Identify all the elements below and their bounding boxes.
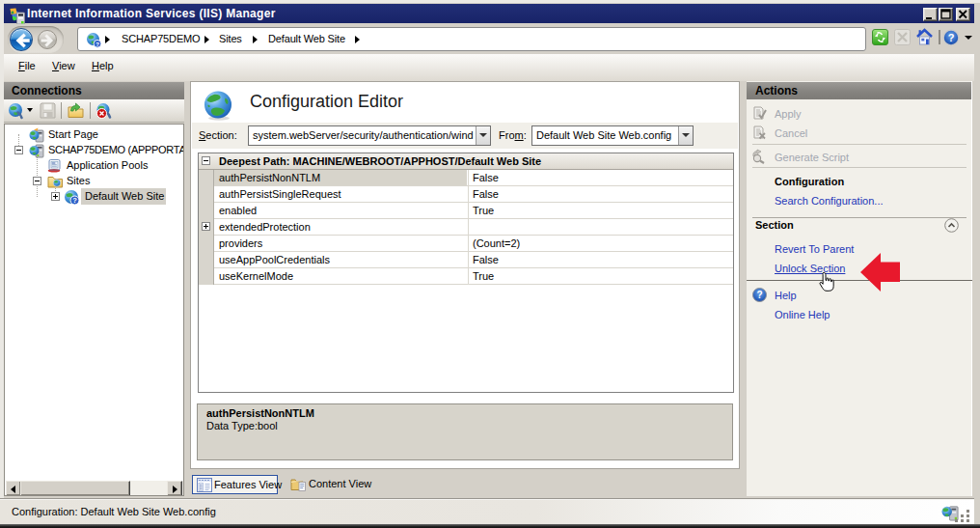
svg-text:?: ? xyxy=(72,196,77,205)
svg-text:?: ? xyxy=(948,32,955,43)
svg-text:?: ? xyxy=(756,290,762,300)
svg-text:?: ? xyxy=(95,42,99,47)
